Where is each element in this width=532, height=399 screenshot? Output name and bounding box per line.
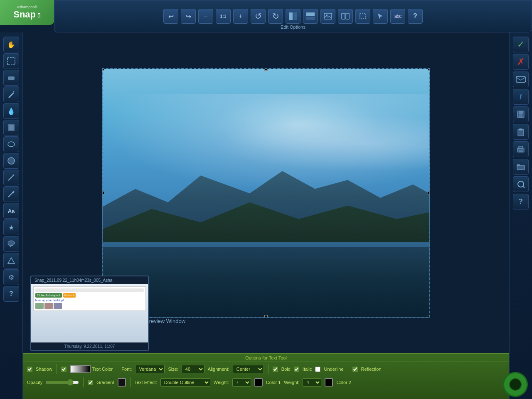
star-tool[interactable]: ★	[3, 219, 19, 235]
zoom-out-button[interactable]: −	[198, 9, 213, 24]
image-button[interactable]	[320, 9, 335, 24]
split-view-button[interactable]	[303, 9, 318, 24]
size-select[interactable]: 40	[182, 365, 204, 373]
save-button[interactable]	[513, 106, 529, 122]
folder-button[interactable]	[513, 159, 529, 175]
italic-checkbox[interactable]	[294, 367, 299, 372]
line-tool[interactable]	[3, 170, 19, 185]
dropper-tool[interactable]: 💧	[3, 103, 19, 119]
pencil-tool[interactable]	[3, 86, 19, 102]
handle-ml[interactable]	[102, 191, 104, 195]
selection-button[interactable]	[373, 9, 388, 24]
gradient-checkbox[interactable]	[88, 380, 93, 385]
bold-checkbox[interactable]	[273, 367, 278, 372]
stamp-tool[interactable]	[3, 120, 19, 135]
svg-rect-26	[519, 111, 523, 114]
handle-tr[interactable]	[428, 68, 430, 71]
text-effect-label: Text Effect:	[135, 380, 157, 385]
redo-button[interactable]: ↪	[181, 9, 196, 24]
shape-tool[interactable]	[3, 153, 19, 169]
settings-tool[interactable]: ⚙	[3, 269, 19, 285]
svg-line-34	[523, 186, 525, 188]
handle-mr[interactable]	[428, 191, 430, 195]
text-color-checkbox[interactable]	[61, 367, 66, 372]
weight1-label: Weight:	[214, 380, 229, 385]
color2-swatch[interactable]	[325, 378, 333, 387]
speech-bubble-tool[interactable]	[3, 236, 19, 252]
svg-marker-22	[8, 258, 15, 264]
shadow-checkbox[interactable]	[27, 367, 32, 372]
rotate-ccw-button[interactable]: ↺	[251, 9, 266, 24]
weight1-select[interactable]: 7	[232, 378, 251, 387]
shadow-label: Shadow	[36, 367, 52, 372]
text-button[interactable]: abc	[390, 9, 405, 24]
text-effect-select[interactable]: Double Outline	[160, 378, 210, 387]
color2-label: Color 2	[336, 380, 351, 385]
svg-rect-27	[519, 114, 522, 117]
email-button[interactable]	[513, 71, 529, 87]
color1-swatch[interactable]	[254, 378, 263, 387]
toolbar-label: Edit Options	[281, 25, 305, 30]
svg-rect-8	[360, 14, 366, 19]
help-right-button[interactable]: ?	[513, 194, 529, 209]
indicator-inner	[509, 378, 522, 391]
eraser-tool[interactable]	[3, 70, 19, 86]
confirm-button[interactable]: ✓	[513, 37, 529, 52]
underline-label: Underline	[324, 367, 343, 372]
gradient-color-swatch[interactable]	[118, 378, 126, 387]
svg-rect-23	[516, 76, 525, 82]
svg-rect-1	[293, 12, 297, 20]
help-left-tool[interactable]: ?	[3, 286, 19, 302]
facebook-button[interactable]: f	[513, 89, 529, 105]
reflection-checkbox[interactable]	[352, 367, 358, 372]
print-button[interactable]	[513, 141, 529, 157]
svg-rect-29	[519, 128, 522, 131]
svg-rect-32	[519, 150, 523, 152]
bold-label: Bold	[281, 367, 291, 372]
bottom-indicator	[503, 372, 528, 397]
weight2-label: Weight:	[284, 380, 299, 385]
lasso-tool[interactable]	[3, 136, 19, 152]
main-canvas[interactable]	[102, 68, 430, 318]
options-row1: Shadow Text Color Font: Verdana Size: 40…	[23, 362, 509, 376]
undo-button[interactable]: ↩	[163, 9, 178, 24]
select-tool[interactable]	[3, 53, 19, 69]
svg-point-14	[8, 142, 15, 147]
svg-marker-21	[10, 245, 12, 247]
clipboard-button[interactable]	[513, 124, 529, 140]
options-row2: Opacity Gradient Text Effect: Double Out…	[23, 376, 509, 389]
triangle-tool[interactable]	[3, 253, 19, 268]
compare-button[interactable]	[338, 9, 353, 24]
arrow-tool[interactable]	[3, 186, 19, 202]
cancel-button[interactable]: ✗	[513, 54, 529, 70]
rotate-cw-button[interactable]: ↻	[268, 9, 283, 24]
handle-tc[interactable]	[264, 68, 268, 71]
alignment-select[interactable]: Center	[233, 365, 264, 373]
svg-line-17	[8, 175, 14, 180]
alignment-label: Alignment:	[208, 367, 229, 372]
font-select[interactable]: Verdana	[135, 365, 165, 373]
search-camera-button[interactable]	[513, 176, 529, 192]
svg-rect-7	[346, 13, 349, 19]
italic-label: Italic	[303, 367, 312, 372]
handle-tl[interactable]	[102, 68, 104, 71]
opacity-slider[interactable]	[46, 379, 79, 386]
crop-button[interactable]	[355, 9, 370, 24]
text-color-label: Text Color	[92, 367, 113, 372]
text-tool[interactable]: Aa	[3, 203, 19, 219]
preview-window: Snap_2011.09.22_11h04m23s_005_Asha 2 Lik…	[30, 276, 149, 351]
handle-br[interactable]	[428, 315, 430, 318]
help-button[interactable]: ?	[408, 9, 423, 24]
hand-tool[interactable]: ✋	[3, 37, 19, 52]
svg-rect-6	[342, 13, 345, 19]
svg-rect-4	[324, 13, 332, 19]
zoom-1to1-button[interactable]: 1:1	[216, 9, 231, 24]
toggle-panel-button[interactable]	[286, 9, 300, 24]
handle-bc[interactable]	[264, 315, 268, 318]
size-label: Size:	[168, 367, 178, 372]
text-color-swatch[interactable]	[70, 365, 91, 373]
underline-checkbox[interactable]	[315, 367, 320, 372]
color1-label: Color 1	[266, 380, 281, 385]
zoom-in-button[interactable]: +	[233, 9, 248, 24]
weight2-select[interactable]: 4	[303, 378, 321, 387]
